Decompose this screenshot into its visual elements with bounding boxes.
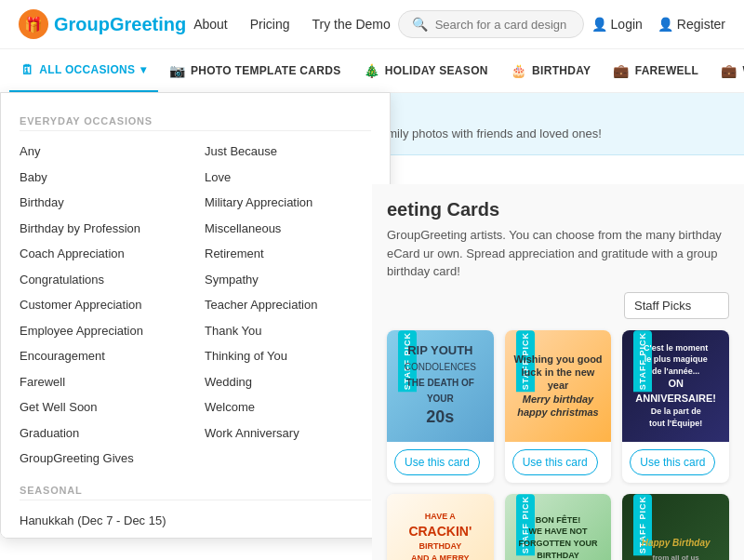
header-actions: 👤 Login 👤 Register bbox=[591, 17, 725, 32]
search-input[interactable] bbox=[435, 18, 570, 32]
item-get-well-soon[interactable]: Get Well Soon bbox=[20, 394, 186, 420]
item-coach-appreciation[interactable]: Coach Appreciation bbox=[20, 241, 186, 267]
item-any[interactable]: Any bbox=[20, 139, 186, 165]
item-wedding[interactable]: Wedding bbox=[205, 369, 371, 395]
item-teacher[interactable]: Teacher Appreciation bbox=[205, 292, 371, 318]
card-4-image: HAVE ACRACKIN'BIRTHDAYAND A MERRYHOLIDAY… bbox=[387, 494, 494, 561]
nav-farewell[interactable]: 💼 FAREWELL bbox=[602, 50, 710, 91]
card-6: STAFF PICK Happy Birthdayfrom all of us … bbox=[622, 494, 729, 561]
login-link[interactable]: 👤 Login bbox=[591, 17, 643, 32]
col1: Any Baby Birthday Birthday by Profession… bbox=[20, 139, 186, 472]
filter-select[interactable]: Staff Picks Most Popular Newest bbox=[624, 292, 729, 319]
logo-icon: 🎁 bbox=[19, 9, 48, 39]
nav-all-occasions[interactable]: 🗓 ALL OCCASIONS ▾ bbox=[9, 49, 158, 92]
logo-text: GroupGreeting bbox=[54, 14, 186, 35]
nav-birthday[interactable]: 🎂 BIRTHDAY bbox=[499, 50, 603, 91]
cake-icon: 🎂 bbox=[511, 63, 526, 78]
nav-pricing[interactable]: Pricing bbox=[250, 17, 290, 32]
item-customer-appreciation[interactable]: Customer Appreciation bbox=[20, 292, 186, 318]
main-nav: About Pricing Try the Demo bbox=[193, 17, 391, 32]
card-1: STAFF PICK RIP YOUTHCONDOLENCESTHE DEATH… bbox=[387, 330, 494, 483]
seasonal-label: SEASONAL bbox=[20, 481, 371, 500]
item-baby[interactable]: Baby bbox=[20, 165, 186, 191]
item-miscellaneous[interactable]: Miscellaneous bbox=[205, 216, 371, 242]
seasonal-col: Hanukkah (Dec 7 - Dec 15) Festivus (Dec … bbox=[20, 508, 371, 540]
item-festivus[interactable]: Festivus (Dec 23) bbox=[20, 533, 371, 539]
filter-row: Staff Picks Most Popular Newest bbox=[387, 292, 729, 319]
work-icon: 💼 bbox=[721, 63, 737, 78]
briefcase-icon: 💼 bbox=[613, 63, 629, 78]
item-just-because[interactable]: Just Because bbox=[205, 139, 371, 165]
use-card-btn-2[interactable]: Use this card bbox=[512, 449, 598, 475]
card-1-image: STAFF PICK RIP YOUTHCONDOLENCESTHE DEATH… bbox=[387, 330, 494, 442]
use-card-btn-1[interactable]: Use this card bbox=[394, 449, 480, 475]
card-2-image: STAFF PICK Wishing you goodluck in the n… bbox=[505, 330, 612, 442]
page-description: GroupGreeting artists. You can choose fr… bbox=[387, 226, 729, 281]
item-farewell[interactable]: Farewell bbox=[20, 369, 186, 395]
dropdown-overlay: EVERYDAY OCCASIONS Any Baby Birthday Bir… bbox=[0, 92, 744, 560]
item-thank-you[interactable]: Thank You bbox=[205, 318, 371, 344]
card-2: STAFF PICK Wishing you goodluck in the n… bbox=[505, 330, 612, 483]
tree-icon: 🎄 bbox=[364, 63, 379, 78]
item-retirement[interactable]: Retirement bbox=[205, 241, 371, 267]
item-encouragement[interactable]: Encouragement bbox=[20, 343, 186, 369]
user-icon: 👤 bbox=[591, 17, 607, 32]
item-birthday-profession[interactable]: Birthday by Profession bbox=[20, 216, 186, 242]
card-5: STAFF PICK BON FÊTE!WE HAVE NOTFORGOTTEN… bbox=[505, 494, 612, 561]
item-birthday[interactable]: Birthday bbox=[20, 190, 186, 216]
item-employee-appreciation[interactable]: Employee Appreciation bbox=[20, 318, 186, 344]
item-sympathy[interactable]: Sympathy bbox=[205, 267, 371, 293]
item-military[interactable]: Military Appreciation bbox=[205, 190, 371, 216]
site-header: 🎁 GroupGreeting About Pricing Try the De… bbox=[0, 0, 744, 49]
register-link[interactable]: 👤 Register bbox=[658, 17, 725, 32]
seasonal-section: SEASONAL Hanukkah (Dec 7 - Dec 15) Festi… bbox=[20, 481, 371, 540]
calendar-icon: 🗓 bbox=[20, 62, 33, 77]
logo[interactable]: 🎁 GroupGreeting bbox=[19, 9, 186, 39]
card-5-image: STAFF PICK BON FÊTE!WE HAVE NOTFORGOTTEN… bbox=[505, 494, 612, 561]
card-3-image: STAFF PICK C'est le momentle plus magiqu… bbox=[622, 330, 729, 442]
col2: Just Because Love Military Appreciation … bbox=[205, 139, 371, 472]
content-header: eeting Cards GroupGreeting artists. You … bbox=[387, 199, 729, 281]
cards-grid: STAFF PICK RIP YOUTHCONDOLENCESTHE DEATH… bbox=[387, 330, 729, 561]
nav-demo[interactable]: Try the Demo bbox=[312, 17, 391, 32]
search-bar[interactable]: 🔍 bbox=[398, 10, 584, 38]
search-icon: 🔍 bbox=[412, 17, 428, 32]
nav-holiday-season[interactable]: 🎄 HOLIDAY SEASON bbox=[352, 50, 499, 91]
item-congratulations[interactable]: Congratulations bbox=[20, 267, 186, 293]
camera-icon: 📷 bbox=[169, 63, 185, 78]
chevron-down-icon: ▾ bbox=[140, 63, 146, 76]
person-icon: 👤 bbox=[658, 17, 673, 32]
item-hanukkah[interactable]: Hanukkah (Dec 7 - Dec 15) bbox=[20, 508, 371, 534]
card-6-image: STAFF PICK Happy Birthdayfrom all of us bbox=[622, 494, 729, 561]
item-groupgreeting-gives[interactable]: GroupGreeting Gives bbox=[20, 446, 186, 472]
item-work-anniversary[interactable]: Work Anniversary bbox=[205, 420, 371, 447]
everyday-label: EVERYDAY OCCASIONS bbox=[20, 112, 371, 131]
item-graduation[interactable]: Graduation bbox=[20, 420, 186, 447]
category-navbar: 🗓 ALL OCCASIONS ▾ 📷 PHOTO TEMPLATE CARDS… bbox=[0, 49, 744, 93]
everyday-section: EVERYDAY OCCASIONS Any Baby Birthday Bir… bbox=[20, 112, 371, 472]
card-4: HAVE ACRACKIN'BIRTHDAYAND A MERRYHOLIDAY… bbox=[387, 494, 494, 561]
item-welcome[interactable]: Welcome bbox=[205, 394, 371, 420]
main-content-area: eeting Cards GroupGreeting artists. You … bbox=[372, 184, 744, 560]
item-love[interactable]: Love bbox=[205, 165, 371, 191]
occasions-dropdown: EVERYDAY OCCASIONS Any Baby Birthday Bir… bbox=[0, 92, 391, 539]
card-3: STAFF PICK C'est le momentle plus magiqu… bbox=[622, 330, 729, 483]
item-thinking-of-you[interactable]: Thinking of You bbox=[205, 343, 371, 369]
use-card-btn-3[interactable]: Use this card bbox=[630, 449, 715, 475]
nav-work-anniversary[interactable]: 💼 WORK ANNIVERSARY bbox=[710, 50, 744, 91]
page-title: eeting Cards bbox=[387, 199, 729, 220]
nav-about[interactable]: About bbox=[193, 17, 228, 32]
nav-photo-template[interactable]: 📷 PHOTO TEMPLATE CARDS bbox=[158, 50, 352, 91]
